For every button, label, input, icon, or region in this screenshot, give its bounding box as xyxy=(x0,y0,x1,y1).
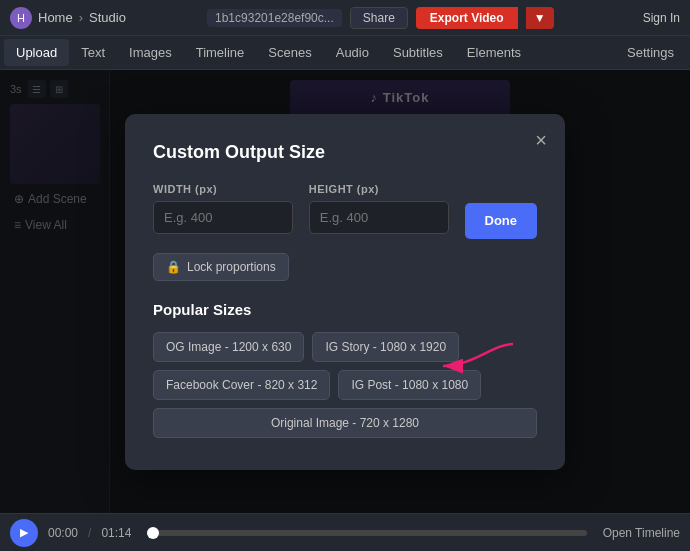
avatar: H xyxy=(10,7,32,29)
share-button[interactable]: Share xyxy=(350,7,408,29)
height-input-group: HEIGHT (px) xyxy=(309,183,449,239)
time-current: 00:00 xyxy=(48,526,78,540)
lock-label: Lock proportions xyxy=(187,260,276,274)
export-dropdown-button[interactable]: ▼ xyxy=(526,7,554,29)
width-input-group: WIDTH (px) xyxy=(153,183,293,239)
export-button[interactable]: Export Video xyxy=(416,7,518,29)
size-option-ig-story[interactable]: IG Story - 1080 x 1920 xyxy=(312,332,459,362)
size-option-facebook-cover[interactable]: Facebook Cover - 820 x 312 xyxy=(153,370,330,400)
nav-upload[interactable]: Upload xyxy=(4,39,69,66)
lock-icon: 🔒 xyxy=(166,260,181,274)
top-bar-center: 1b1c93201e28ef90c... Share Export Video … xyxy=(126,7,635,29)
sign-in-button[interactable]: Sign In xyxy=(643,11,680,25)
nav-images[interactable]: Images xyxy=(117,39,184,66)
done-button[interactable]: Done xyxy=(465,203,538,239)
height-input[interactable] xyxy=(309,201,449,234)
popular-sizes-title: Popular Sizes xyxy=(153,301,537,318)
studio-link[interactable]: Studio xyxy=(89,10,126,25)
width-input[interactable] xyxy=(153,201,293,234)
dimension-inputs-row: WIDTH (px) HEIGHT (px) Done xyxy=(153,183,537,239)
size-option-og-image[interactable]: OG Image - 1200 x 630 xyxy=(153,332,304,362)
timeline-track[interactable] xyxy=(147,530,586,536)
height-label: HEIGHT (px) xyxy=(309,183,449,195)
nav-text[interactable]: Text xyxy=(69,39,117,66)
size-option-original-image[interactable]: Original Image - 720 x 1280 xyxy=(153,408,537,438)
breadcrumb-sep: › xyxy=(79,10,83,25)
size-options: OG Image - 1200 x 630 IG Story - 1080 x … xyxy=(153,332,537,438)
nav-bar: Upload Text Images Timeline Scenes Audio… xyxy=(0,36,690,70)
modal-overlay: Custom Output Size × WIDTH (px) HEIGHT (… xyxy=(0,70,690,513)
open-timeline-button[interactable]: Open Timeline xyxy=(603,526,680,540)
top-bar: H Home › Studio 1b1c93201e28ef90c... Sha… xyxy=(0,0,690,36)
width-label: WIDTH (px) xyxy=(153,183,293,195)
bottom-bar: ▶ 00:00 / 01:14 Open Timeline xyxy=(0,513,690,551)
custom-output-size-modal: Custom Output Size × WIDTH (px) HEIGHT (… xyxy=(125,114,565,470)
modal-title: Custom Output Size xyxy=(153,142,537,163)
lock-proportions-button[interactable]: 🔒 Lock proportions xyxy=(153,253,289,281)
modal-close-button[interactable]: × xyxy=(535,130,547,150)
nav-timeline[interactable]: Timeline xyxy=(184,39,257,66)
time-separator: / xyxy=(88,526,91,540)
timeline-scrubber[interactable] xyxy=(147,527,159,539)
time-total: 01:14 xyxy=(101,526,131,540)
nav-scenes[interactable]: Scenes xyxy=(256,39,323,66)
play-button[interactable]: ▶ xyxy=(10,519,38,547)
home-link[interactable]: Home xyxy=(38,10,73,25)
settings-nav[interactable]: Settings xyxy=(615,39,686,66)
nav-audio[interactable]: Audio xyxy=(324,39,381,66)
nav-subtitles[interactable]: Subtitles xyxy=(381,39,455,66)
nav-elements[interactable]: Elements xyxy=(455,39,533,66)
main-content: 3s ☰ ⊞ ⊕ Add Scene ≡ View All ♪ TikTok xyxy=(0,70,690,513)
breadcrumb: H Home › Studio xyxy=(10,7,126,29)
doc-id: 1b1c93201e28ef90c... xyxy=(207,9,342,27)
size-option-ig-post[interactable]: IG Post - 1080 x 1080 xyxy=(338,370,481,400)
